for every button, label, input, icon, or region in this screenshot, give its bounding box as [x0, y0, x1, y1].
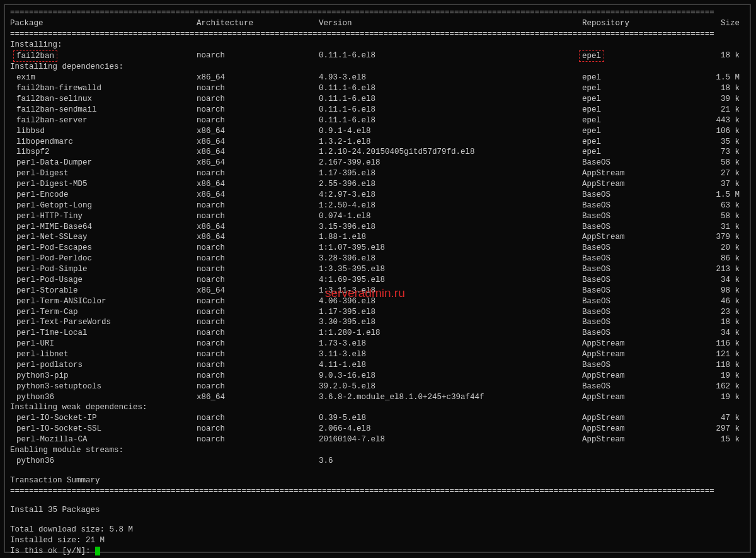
pkg-size: 15 k — [683, 434, 745, 445]
table-row: python3-pipnoarch9.0.3-16.el8AppStream19… — [10, 371, 745, 381]
pkg-version: 1:1.280-1.el8 — [319, 328, 582, 339]
pkg-arch: x86_64 — [197, 232, 319, 243]
pkg-name: perl-Term-Cap — [10, 307, 197, 318]
pkg-size: 1.5 M — [683, 73, 745, 83]
pkg-version: 1:3.11-3.el8 — [319, 286, 582, 296]
modules-list: python363.6 — [10, 456, 745, 467]
pkg-version: 1:2.50-4.el8 — [319, 201, 582, 211]
highlight-fail2ban: fail2ban — [13, 50, 57, 62]
table-row: perl-IO-Socket-SSLnoarch2.066-4.el8AppSt… — [10, 424, 745, 434]
pkg-name: python36 — [10, 392, 197, 403]
table-row: perl-Digest-MD5x86_642.55-396.el8AppStre… — [10, 179, 745, 190]
pkg-version: 0.39-5.el8 — [319, 413, 582, 424]
table-row: perl-Mozilla-CAnoarch20160104-7.el8AppSt… — [10, 434, 745, 445]
pkg-size: 58 k — [683, 158, 745, 168]
pkg-name: perl-podlators — [10, 360, 197, 371]
pkg-version: 3.30-395.el8 — [319, 317, 582, 328]
pkg-name: perl-Text-ParseWords — [10, 317, 197, 328]
section-installing: Installing: — [10, 40, 745, 50]
pkg-version: 1:1.07-395.el8 — [319, 243, 582, 253]
pkg-repo: AppStream — [582, 413, 683, 424]
pkg-arch: x86_64 — [197, 126, 319, 137]
pkg-arch: noarch — [197, 434, 319, 445]
table-row: libopendmarcx86_641.3.2-1.el8epel35 k — [10, 137, 745, 148]
pkg-repo: BaseOS — [582, 360, 683, 371]
pkg-size: 379 k — [683, 232, 745, 243]
pkg-arch: noarch — [197, 83, 319, 94]
pkg-version: 3.6 — [319, 456, 582, 467]
table-row: perl-IO-Socket-IPnoarch0.39-5.el8AppStre… — [10, 413, 745, 424]
pkg-repo: AppStream — [582, 349, 683, 360]
pkg-version: 4.06-396.el8 — [319, 296, 582, 307]
header-arch: Architecture — [197, 18, 319, 29]
pkg-version: 0.11.1-6.el8 — [319, 83, 582, 94]
pkg-arch: x86_64 — [197, 190, 319, 201]
pkg-repo: AppStream — [582, 424, 683, 434]
pkg-repo: AppStream — [582, 232, 683, 243]
pkg-size: 27 k — [683, 168, 745, 179]
pkg-repo: BaseOS — [582, 317, 683, 328]
pkg-arch: noarch — [197, 360, 319, 371]
pkg-size: 46 k — [683, 296, 745, 307]
pkg-arch: noarch — [197, 307, 319, 318]
pkg-size: 18 k — [683, 83, 745, 94]
pkg-size: 121 k — [683, 349, 745, 360]
table-row: perl-podlatorsnoarch4.11-1.el8BaseOS118 … — [10, 360, 745, 371]
table-row: python36x86_643.6.8-2.module_el8.1.0+245… — [10, 392, 745, 403]
pkg-name: fail2ban-sendmail — [10, 105, 197, 115]
pkg-version: 39.2.0-5.el8 — [319, 381, 582, 392]
header-package: Package — [10, 18, 197, 29]
pkg-name: exim — [10, 73, 197, 83]
pkg-repo: epel — [582, 94, 683, 105]
pkg-repo — [582, 456, 683, 467]
pkg-size: 18 k — [683, 317, 745, 328]
table-row: perl-libnetnoarch3.11-3.el8AppStream121 … — [10, 349, 745, 360]
pkg-version: 1.73-3.el8 — [319, 339, 582, 349]
confirm-prompt[interactable]: Is this ok [y/N]: — [10, 546, 745, 557]
prompt-text: Is this ok [y/N]: — [10, 547, 95, 555]
pkg-size: 39 k — [683, 94, 745, 105]
pkg-size: 118 k — [683, 360, 745, 371]
pkg-repo: epel — [582, 50, 683, 62]
pkg-arch: x86_64 — [197, 137, 319, 148]
pkg-repo: AppStream — [582, 392, 683, 403]
pkg-arch: noarch — [197, 243, 319, 253]
table-row: perl-Text-ParseWordsnoarch3.30-395.el8Ba… — [10, 317, 745, 328]
pkg-arch: x86_64 — [197, 73, 319, 83]
table-row: perl-Pod-Perldocnoarch3.28-396.el8BaseOS… — [10, 253, 745, 264]
pkg-name: perl-Time-Local — [10, 328, 197, 339]
table-row: perl-URInoarch1.73-3.el8AppStream116 k — [10, 339, 745, 349]
pkg-arch: noarch — [197, 275, 319, 286]
pkg-size: 73 k — [683, 147, 745, 158]
pkg-repo: BaseOS — [582, 211, 683, 222]
pkg-size: 23 k — [683, 307, 745, 318]
pkg-repo: BaseOS — [582, 328, 683, 339]
table-row: fail2ban-sendmailnoarch0.11.1-6.el8epel2… — [10, 105, 745, 115]
pkg-repo: epel — [582, 126, 683, 137]
pkg-name: perl-URI — [10, 339, 197, 349]
divider-top: ========================================… — [10, 8, 745, 18]
pkg-name: libspf2 — [10, 147, 197, 158]
pkg-size: 18 k — [683, 50, 745, 62]
pkg-size: 35 k — [683, 137, 745, 148]
pkg-arch: noarch — [197, 105, 319, 115]
section-installing-deps: Installing dependencies: — [10, 62, 745, 73]
table-row: perl-Encodex86_644:2.97-3.el8BaseOS1.5 M — [10, 190, 745, 201]
pkg-version: 1.3.2-1.el8 — [319, 137, 582, 148]
table-row: perl-Time-Localnoarch1:1.280-1.el8BaseOS… — [10, 328, 745, 339]
pkg-version: 9.0.3-16.el8 — [319, 371, 582, 381]
summary-download-size: Total download size: 5.8 M — [10, 516, 745, 535]
pkg-name: perl-Pod-Usage — [10, 275, 197, 286]
summary-installed-size: Installed size: 21 M — [10, 535, 745, 546]
pkg-version: 1.2.10-24.20150405gitd57d79fd.el8 — [319, 147, 582, 158]
pkg-name: libopendmarc — [10, 137, 197, 148]
pkg-name: perl-Term-ANSIColor — [10, 296, 197, 307]
table-row: fail2ban-servernoarch0.11.1-6.el8epel443… — [10, 115, 745, 126]
pkg-arch: noarch — [197, 115, 319, 126]
pkg-name: libbsd — [10, 126, 197, 137]
pkg-repo: BaseOS — [582, 190, 683, 201]
pkg-repo: BaseOS — [582, 275, 683, 286]
pkg-version: 4.93-3.el8 — [319, 73, 582, 83]
pkg-name: perl-Pod-Escapes — [10, 243, 197, 253]
pkg-name: fail2ban-selinux — [10, 94, 197, 105]
